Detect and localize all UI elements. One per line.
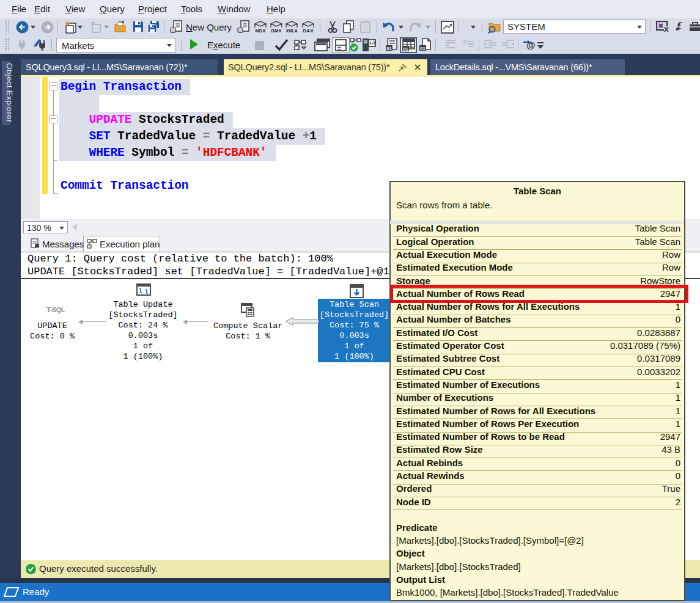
svg-text:?: ? [462, 39, 466, 46]
svg-text:01: 01 [403, 46, 408, 52]
svg-text:DMX: DMX [271, 28, 282, 33]
svg-text:01: 01 [386, 46, 391, 51]
svg-text:MDX: MDX [256, 28, 267, 33]
svg-text:01: 01 [420, 46, 425, 51]
svg-text:XMLA: XMLA [286, 28, 298, 33]
svg-text:DAX: DAX [303, 28, 314, 33]
